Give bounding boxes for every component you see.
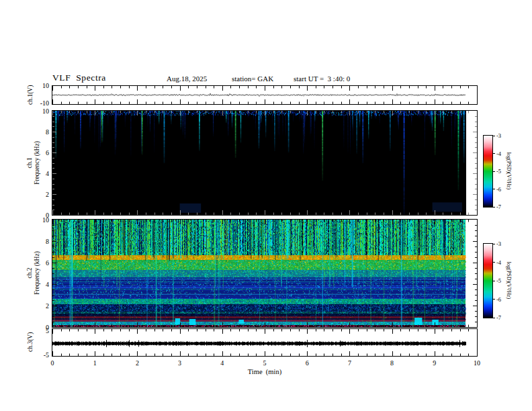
colorbar-tick-mark — [492, 136, 495, 136]
colorbar-tick-mark — [492, 299, 495, 300]
time-tick-label: 5 — [255, 359, 275, 367]
colorbar-ch2-label: log(PSD)(V²/Hz) — [506, 250, 512, 311]
time-tick-label: 3 — [170, 359, 190, 367]
time-tick-label: 4 — [212, 359, 232, 367]
ch2-spectrogram — [52, 220, 477, 327]
colorbar-tick-label: -6 — [496, 296, 501, 303]
ch2-freq-tick-label: 2 — [30, 302, 49, 310]
ch1-freq-tick-label: 4 — [30, 170, 49, 177]
ch1-freq-tick-label: 10 — [30, 107, 49, 115]
ch2-spectrogram-axis-label: ch.2 Frequency (kHz) — [26, 220, 40, 327]
colorbar-tick-mark — [492, 281, 495, 281]
colorbar-tick-label: -3 — [496, 240, 501, 247]
ch3-voltage-panel — [52, 328, 478, 357]
ch1-spectrogram — [52, 111, 477, 215]
header-date: Aug.18, 2025 — [167, 75, 207, 83]
ch1-spectrogram-axis-label-line1: ch.1 — [26, 157, 33, 168]
colorbar-tick-mark — [492, 189, 495, 189]
ch1-freq-tick-label: 2 — [30, 191, 49, 198]
colorbar-ch2 — [483, 243, 493, 318]
colorbar-tick-label: -7 — [496, 314, 501, 321]
ch3-voltage-waveform — [52, 329, 477, 356]
time-axis-label: Time (min) — [224, 368, 305, 375]
colorbar-ch1-label: log(PSD)(V²/Hz) — [506, 141, 512, 201]
colorbar-tick-mark — [492, 153, 495, 154]
colorbar-tick-mark — [492, 262, 495, 263]
ch3-voltage-tick-label: 5 — [30, 327, 49, 334]
ch1-freq-tick-label: 6 — [30, 149, 49, 156]
time-tick-label: 0 — [42, 359, 62, 367]
colorbar-tick-mark — [492, 207, 495, 208]
ch1-spectrogram-axis-label-line2: Frequency (kHz) — [33, 141, 40, 185]
ch1-spectrogram-axis-label: ch.1 Frequency (kHz) — [26, 109, 40, 217]
colorbar-tick-label: -7 — [496, 203, 501, 210]
colorbar-tick-mark — [492, 244, 495, 244]
ch2-freq-tick-label: 10 — [30, 216, 49, 224]
ch2-spectrogram-axis-label-line2: Frequency (kHz) — [33, 251, 40, 295]
ch1-spectrogram-panel — [52, 110, 478, 216]
ch2-freq-tick-label: 4 — [30, 281, 49, 288]
colorbar-tick-label: -3 — [496, 132, 501, 139]
time-tick-label: 2 — [127, 359, 147, 367]
colorbar-tick-label: -4 — [496, 259, 501, 266]
colorbar-tick-mark — [492, 171, 495, 172]
ch2-spectrogram-axis-label-line1: ch.2 — [26, 267, 33, 278]
time-tick-label: 7 — [339, 359, 359, 367]
header-start-ut: start UT = 3 :40: 0 — [294, 75, 350, 83]
ch2-spectrogram-panel — [52, 219, 478, 328]
colorbar-tick-mark — [492, 318, 495, 318]
ch1-voltage-waveform — [52, 86, 477, 104]
figure-title: VLF Spectra — [52, 73, 106, 83]
ch1-freq-tick-label: 8 — [30, 128, 49, 136]
time-tick-label: 9 — [425, 359, 445, 367]
ch1-voltage-tick-label: 10 — [30, 82, 49, 89]
colorbar-tick-label: -5 — [496, 277, 501, 284]
colorbar-ch1-gradient — [484, 136, 492, 207]
time-tick-label: 6 — [297, 359, 317, 367]
ch1-voltage-tick-label: -10 — [30, 99, 49, 107]
colorbar-tick-label: -5 — [496, 168, 501, 175]
colorbar-ch2-gradient — [484, 244, 492, 318]
time-tick-label: 10 — [467, 359, 487, 367]
colorbar-ch1 — [483, 135, 493, 208]
ch1-voltage-panel — [52, 85, 478, 105]
time-tick-label: 8 — [382, 359, 402, 367]
ch2-freq-tick-label: 8 — [30, 238, 49, 245]
time-tick-label: 1 — [85, 359, 105, 367]
colorbar-tick-label: -4 — [496, 150, 501, 157]
header-station: station= GAK — [232, 75, 273, 83]
ch2-freq-tick-label: 6 — [30, 259, 49, 267]
vlf-spectra-figure: VLF Spectra Aug.18, 2025 station= GAK st… — [0, 0, 532, 411]
ch3-voltage-tick-label: -5 — [30, 351, 49, 359]
colorbar-tick-label: -6 — [496, 186, 501, 193]
